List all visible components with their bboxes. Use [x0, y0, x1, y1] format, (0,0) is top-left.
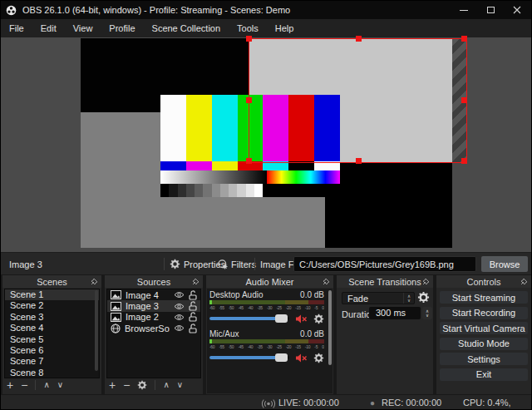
mute-button[interactable]	[295, 314, 308, 324]
visibility-icon[interactable]	[174, 303, 185, 310]
scenes-panel: Scenes Scene 1Scene 2Scene 3Scene 4Scene…	[2, 275, 101, 394]
lock-icon[interactable]	[189, 290, 197, 300]
selection-handle[interactable]	[356, 36, 362, 42]
remove-source-button[interactable]: −	[123, 379, 130, 391]
rec-time-label: REC: 00:00:00	[382, 398, 441, 408]
channel-settings-button[interactable]	[313, 353, 324, 363]
selection-box[interactable]	[249, 38, 467, 163]
menu-item[interactable]: View	[65, 19, 101, 37]
move-source-down-button[interactable]: ∨	[177, 380, 183, 390]
source-list-item[interactable]: BrowserSource	[107, 323, 200, 333]
scene-list-item[interactable]: Scene 3	[5, 312, 99, 323]
preview-area[interactable]	[1, 37, 532, 252]
browse-button[interactable]: Browse	[481, 256, 528, 272]
channel-settings-button[interactable]	[313, 314, 324, 324]
move-scene-down-button[interactable]: ∨	[57, 380, 63, 390]
transition-select[interactable]: Fade ∧∨	[342, 292, 415, 304]
mixer-scrollbar[interactable]	[328, 290, 332, 365]
selection-handle[interactable]	[246, 36, 252, 42]
move-scene-up-button[interactable]: ∧	[43, 380, 49, 390]
channel-level: 0.0 dB	[300, 290, 324, 299]
start-recording-button[interactable]: Start Recording	[440, 307, 528, 319]
scene-list-item[interactable]: Scene 7	[5, 356, 99, 367]
pin-icon[interactable]	[422, 278, 430, 285]
menu-bar: FileEditViewProfileScene CollectionTools…	[1, 19, 532, 37]
volume-slider[interactable]	[209, 317, 289, 320]
pin-icon[interactable]	[91, 278, 98, 285]
obs-window: OBS 26.1.0 (64-bit, windows) - Profile: …	[0, 0, 532, 410]
source-list-item[interactable]: Image 3	[107, 300, 200, 311]
selection-handle[interactable]	[246, 97, 252, 103]
source-toolbar: Image 3 Properties Filters Image File Br…	[1, 252, 532, 274]
scene-list-item[interactable]: Scene 1	[5, 289, 99, 300]
mute-button[interactable]	[295, 353, 308, 363]
volume-slider-handle[interactable]	[275, 353, 288, 362]
scene-list-item[interactable]: Scene 8	[5, 368, 99, 378]
menu-item[interactable]: Profile	[101, 19, 143, 37]
scene-list-item[interactable]: Scene 5	[5, 334, 99, 345]
scene-list-item[interactable]: Scene 4	[5, 323, 99, 333]
tick-label: -35	[257, 305, 262, 311]
audio-mixer-header: Audio Mixer	[206, 275, 333, 288]
visibility-icon[interactable]	[174, 291, 185, 299]
tick-label: -40	[248, 305, 253, 311]
visibility-icon[interactable]	[174, 314, 185, 321]
menu-item[interactable]: Help	[267, 19, 303, 37]
toolbar-separator	[164, 258, 165, 270]
remove-scene-button[interactable]: −	[21, 379, 27, 391]
studio-mode-button[interactable]: Studio Mode	[440, 338, 528, 350]
selection-handle[interactable]	[246, 158, 252, 164]
selection-handle[interactable]	[461, 158, 467, 164]
tick-label: 0	[322, 344, 323, 350]
menu-item[interactable]: Tools	[229, 19, 267, 37]
close-button[interactable]	[504, 1, 530, 19]
menu-item[interactable]: Edit	[32, 19, 65, 37]
selected-source-label: Image 3	[9, 259, 42, 269]
exit-button[interactable]: Exit	[440, 368, 528, 381]
filters-button[interactable]: Filters	[218, 256, 256, 272]
source-name: Image 2	[126, 312, 170, 322]
lock-icon[interactable]	[189, 324, 197, 333]
source-properties-button[interactable]	[137, 380, 147, 390]
menu-item[interactable]: File	[1, 19, 32, 37]
add-scene-button[interactable]: +	[7, 379, 13, 391]
minimize-button[interactable]	[451, 1, 477, 19]
sources-panel: Sources Image 4 Image 3 I	[105, 275, 203, 394]
scenes-scrollbar[interactable]	[95, 290, 98, 371]
start-streaming-button[interactable]: Start Streaming	[440, 291, 528, 304]
audio-channel-desktop: Desktop Audio 0.0 dB -60-55-50-45-40-35-…	[209, 290, 324, 324]
scene-list-item[interactable]: Scene 6	[5, 345, 99, 356]
source-list-item[interactable]: Image 2	[107, 312, 200, 323]
scene-list-item[interactable]: Scene 2	[5, 300, 99, 311]
lock-icon[interactable]	[189, 301, 197, 311]
selection-handle[interactable]	[356, 158, 362, 164]
pin-icon[interactable]	[192, 278, 200, 285]
image-source-icon	[111, 290, 121, 299]
start-virtual-camera-button[interactable]: Start Virtual Camera	[440, 322, 528, 334]
tick-label: -45	[238, 305, 243, 311]
visibility-icon[interactable]	[174, 324, 185, 332]
volume-slider[interactable]	[209, 356, 289, 359]
selection-handle[interactable]	[461, 97, 467, 103]
lock-icon[interactable]	[189, 312, 197, 322]
duration-input[interactable]: 300 ms	[369, 307, 421, 319]
toolbar-separator	[35, 380, 36, 390]
menu-item[interactable]: Scene Collection	[144, 19, 229, 37]
sources-toolbar: + − ∧ ∨	[109, 379, 183, 391]
scene-item-black-rect-2	[325, 163, 452, 248]
pin-icon[interactable]	[323, 278, 330, 285]
settings-button[interactable]: Settings	[440, 353, 528, 365]
selection-handle[interactable]	[461, 36, 467, 42]
maximize-button[interactable]	[477, 1, 504, 19]
source-list-item[interactable]: Image 4	[107, 289, 200, 300]
tick-label: -50	[229, 344, 234, 350]
gear-icon	[170, 259, 180, 269]
duration-spinner[interactable]: ∧∨	[422, 307, 432, 319]
transition-settings-button[interactable]	[417, 291, 430, 304]
image-file-input[interactable]	[293, 256, 476, 272]
tick-label: -15	[295, 344, 300, 350]
move-source-up-button[interactable]: ∧	[163, 380, 169, 390]
add-source-button[interactable]: +	[109, 379, 116, 391]
volume-slider-handle[interactable]	[275, 314, 288, 323]
pin-icon[interactable]	[520, 278, 528, 285]
